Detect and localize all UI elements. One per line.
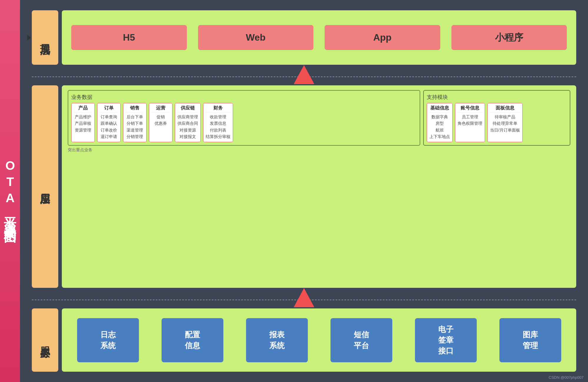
main-title: OTA平台业务架构图 <box>4 159 16 224</box>
module-order-items: 订单查询 跟单确认 订单改价 退订申请 <box>100 114 118 140</box>
service-layer-row: 服务层 日志系统 配置信息 报表系统 短信平台 电子签章接口 图库管理 <box>32 308 576 372</box>
presentation-layer-label: 展现层 <box>32 10 58 65</box>
presentation-app: App <box>325 25 440 50</box>
svg-marker-0 <box>294 65 314 84</box>
module-sales-title: 销售 <box>126 105 144 112</box>
service-gallery: 图库管理 <box>499 318 561 362</box>
support-panel-info-items: 待审核产品 待处理异常单 当日/月订单面板 <box>490 114 520 133</box>
service-layer-label: 服务层 <box>32 308 58 372</box>
service-sms: 短信平台 <box>330 318 392 362</box>
presentation-h5: H5 <box>71 25 187 50</box>
service-log: 日志系统 <box>77 318 139 362</box>
module-finance-items: 收款管理 发票信息 付款列表 结算拆分审核 <box>206 114 230 140</box>
module-product-items: 产品维护 产品审核 资源管理 <box>74 114 92 133</box>
up-arrow-icon <box>294 65 314 84</box>
support-panel-info: 面板信息 待审核产品 待处理异常单 当日/月订单面板 <box>487 103 523 142</box>
module-operations-items: 促销 优惠券 <box>152 114 170 127</box>
support-panel-info-title: 面板信息 <box>490 105 520 112</box>
application-layer-row: 应用层 业务数据 产品 产品维护 产品审核 资源管理 <box>32 85 576 288</box>
module-supply-chain-items: 供应商管理 供应商合同 对接资源 对接报文 <box>177 114 198 140</box>
module-sales-items: 后台下单 分销下单 渠道管理 分销管理 <box>126 114 144 140</box>
support-section: 支持模块 基础信息 数据字典 房型 航班 上下车地点 <box>423 90 570 146</box>
main-content: 展现层 H5 Web App 小程序 应用层 业务数据 <box>20 0 588 382</box>
up-arrow-2-icon <box>294 288 314 307</box>
service-esign: 电子签章接口 <box>415 318 477 362</box>
presentation-layer-row: 展现层 H5 Web App 小程序 <box>32 10 576 65</box>
support-title: 支持模块 <box>427 94 567 101</box>
biz-modules-container: 业务数据 产品 产品维护 产品审核 资源管理 <box>68 90 570 146</box>
service-report: 报表系统 <box>246 318 308 362</box>
service-layer-content: 日志系统 配置信息 报表系统 短信平台 电子签章接口 图库管理 <box>62 308 576 372</box>
application-layer-content: 业务数据 产品 产品维护 产品审核 资源管理 <box>62 85 576 288</box>
label-arrow <box>27 35 31 41</box>
module-finance: 财务 收款管理 发票信息 付款列表 结算拆分审核 <box>203 103 233 142</box>
module-sales: 销售 后台下单 分销下单 渠道管理 分销管理 <box>123 103 147 142</box>
presentation-web: Web <box>198 25 314 50</box>
support-account-info: 账号信息 员工管理 角色权限管理 <box>455 103 485 142</box>
support-modules-grid: 基础信息 数据字典 房型 航班 上下车地点 账号信息 <box>427 103 567 142</box>
support-account-info-title: 账号信息 <box>458 105 482 112</box>
watermark: CSDN @007php007 <box>549 375 584 380</box>
module-finance-title: 财务 <box>206 105 230 112</box>
biz-data-title: 业务数据 <box>71 94 417 101</box>
module-operations: 运营 促销 优惠券 <box>149 103 172 142</box>
support-basic-info-items: 数据字典 房型 航班 上下车地点 <box>429 114 450 140</box>
support-basic-info: 基础信息 数据字典 房型 航班 上下车地点 <box>427 103 453 142</box>
presentation-miniapp: 小程序 <box>451 25 567 50</box>
presentation-layer-content: H5 Web App 小程序 <box>62 10 576 65</box>
svg-marker-1 <box>294 288 314 307</box>
module-supply-chain: 供应链 供应商管理 供应商合同 对接资源 对接报文 <box>175 103 201 142</box>
application-layer-label: 应用层 <box>32 85 58 288</box>
biz-data-section: 业务数据 产品 产品维护 产品审核 资源管理 <box>68 90 420 146</box>
biz-footnote: 突出重点业务 <box>68 147 92 153</box>
module-order-title: 订单 <box>100 105 118 112</box>
left-title-bar: OTA平台业务架构图 <box>0 0 20 382</box>
arrow-service-to-app <box>32 288 576 308</box>
module-product-title: 产品 <box>74 105 92 112</box>
biz-modules-grid: 产品 产品维护 产品审核 资源管理 订单 订单查询 <box>71 103 417 142</box>
module-supply-chain-title: 供应链 <box>177 105 198 112</box>
support-basic-info-title: 基础信息 <box>429 105 450 112</box>
module-operations-title: 运营 <box>152 105 170 112</box>
module-order: 订单 订单查询 跟单确认 订单改价 退订申请 <box>97 103 121 142</box>
module-product: 产品 产品维护 产品审核 资源管理 <box>71 103 95 142</box>
arrow-pres-to-app <box>32 65 576 85</box>
service-config: 配置信息 <box>162 318 223 362</box>
support-account-info-items: 员工管理 角色权限管理 <box>458 114 482 127</box>
